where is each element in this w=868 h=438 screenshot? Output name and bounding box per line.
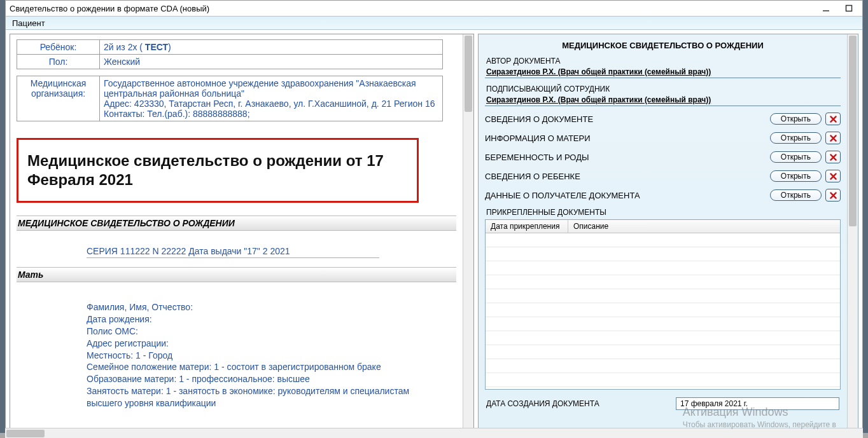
grid-row [486, 275, 840, 289]
mother-fio: Фамилия, Имя, Отчество: [87, 301, 443, 313]
grid-body [486, 233, 840, 389]
mother-locality: Местность: 1 - Город [87, 350, 443, 362]
author-value: Сиразетдинов Р.Х. (Врач общей практики (… [486, 67, 711, 76]
section-row: СВЕДЕНИЯ О РЕБЕНКЕОткрыть [482, 168, 843, 184]
open-button[interactable]: Открыть [770, 170, 822, 182]
delete-button[interactable] [825, 151, 841, 163]
section-row-label: ИНФОРМАЦИЯ О МАТЕРИ [485, 133, 766, 143]
grid-header: Дата прикрепления Описание [486, 220, 840, 233]
open-button[interactable]: Открыть [770, 132, 822, 144]
section-row: СВЕДЕНИЯ О ДОКУМЕНТЕОткрыть [482, 111, 843, 127]
mother-dob: Дата рождения: [87, 313, 443, 325]
grid-row [486, 289, 840, 303]
org-info-table: Медицинская организация: Государственное… [17, 76, 443, 121]
section-row-label: СВЕДЕНИЯ О РЕБЕНКЕ [485, 172, 766, 181]
mother-employment: Занятость матери: 1 - занятость в эконом… [87, 385, 443, 409]
creation-date-label: ДАТА СОЗДАНИЯ ДОКУМЕНТА [486, 399, 669, 408]
creation-date-input[interactable]: 17 февраля 2021 г. [676, 397, 839, 410]
section-row: ДАННЫЕ О ПОЛУЧАТЕЛЕ ДОКУМЕНТАОткрыть [482, 188, 843, 203]
sex-value: Женский [100, 55, 443, 69]
grid-row [486, 359, 840, 373]
creation-date-row: ДАТА СОЗДАНИЯ ДОКУМЕНТА 17 февраля 2021 … [482, 395, 843, 410]
left-frame-edge [0, 0, 5, 433]
mother-policy: Полис ОМС: [87, 325, 443, 338]
attachments-grid[interactable]: Дата прикрепления Описание [485, 219, 841, 390]
author-field[interactable]: Сиразетдинов Р.Х. (Врач общей практики (… [485, 67, 841, 78]
mother-education: Образование матери: 1 - профессиональное… [87, 373, 443, 385]
left-vertical-scrollbar[interactable] [463, 34, 473, 432]
patient-strip: Пациент [6, 16, 862, 30]
delete-button[interactable] [825, 189, 841, 202]
document-preview-panel: Ребёнок: 2й из 2х ( ТЕСТ) Пол: Женский М… [10, 34, 474, 432]
delete-button[interactable] [825, 132, 841, 144]
child-value: 2й из 2х ( ТЕСТ) [100, 40, 443, 55]
grid-row [486, 331, 840, 345]
grid-row [486, 345, 840, 359]
org-value: Государственное автономное учреждение зд… [100, 76, 443, 121]
grid-col-desc: Описание [568, 220, 840, 233]
grid-col-date: Дата прикрепления [486, 220, 568, 233]
section-row-label: СВЕДЕНИЯ О ДОКУМЕНТЕ [485, 114, 766, 124]
grid-row [486, 317, 840, 331]
mother-block: Фамилия, Имя, Отчество: Дата рождения: П… [87, 301, 443, 409]
title-bar: Свидетельство о рождении в формате CDA (… [6, 1, 862, 16]
mother-marital: Семейное положение матери: 1 - состоит в… [87, 361, 443, 373]
window-frame: Свидетельство о рождении в формате CDA (… [5, 0, 863, 433]
document-heading: Медицинское свидетельство о рождении от … [27, 151, 408, 189]
grid-row [486, 233, 840, 247]
creation-date-value: 17 февраля 2021 г. [680, 399, 748, 408]
section-row-label: БЕРЕМЕННОСТЬ И РОДЫ [485, 153, 766, 162]
patient-label: Пациент [12, 18, 45, 28]
open-button[interactable]: Открыть [770, 189, 822, 201]
author-label: АВТОР ДОКУМЕНТА [482, 55, 843, 67]
window-title: Свидетельство о рождении в формате CDA (… [10, 4, 820, 13]
series-line: СЕРИЯ 111222 N 22222 Дата выдачи "17" 2 … [87, 245, 379, 258]
svg-rect-1 [846, 6, 852, 11]
org-label: Медицинская организация: [17, 76, 100, 121]
signer-value: Сиразетдинов Р.Х. (Врач общей практики (… [486, 95, 711, 104]
child-label: Ребёнок: [17, 40, 100, 55]
maximize-button[interactable] [843, 3, 855, 14]
grid-row [486, 247, 840, 261]
attachments-label: ПРИКРЕПЛЕННЫЕ ДОКУМЕНТЫ [482, 207, 843, 218]
work-area: Ребёнок: 2й из 2х ( ТЕСТ) Пол: Женский М… [6, 30, 862, 432]
delete-button[interactable] [825, 170, 841, 182]
form-title: МЕДИЦИНСКОЕ СВИДЕТЕЛЬСТВО О РОЖДЕНИИ [482, 38, 843, 55]
grid-row [486, 373, 840, 387]
minimize-button[interactable] [820, 3, 832, 14]
signer-field[interactable]: Сиразетдинов Р.Х. (Врач общей практики (… [485, 95, 841, 106]
section-mother: Мать [17, 267, 456, 282]
horizontal-scrollbar[interactable] [5, 428, 863, 438]
open-button[interactable]: Открыть [770, 151, 822, 163]
section-row-label: ДАННЫЕ О ПОЛУЧАТЕЛЕ ДОКУМЕНТА [485, 191, 766, 200]
grid-row [486, 261, 840, 275]
child-info-table: Ребёнок: 2й из 2х ( ТЕСТ) Пол: Женский [17, 39, 443, 69]
section-row: ИНФОРМАЦИЯ О МАТЕРИОткрыть [482, 130, 843, 146]
section-row: БЕРЕМЕННОСТЬ И РОДЫОткрыть [482, 149, 843, 165]
form-panel: МЕДИЦИНСКОЕ СВИДЕТЕЛЬСТВО О РОЖДЕНИИ АВТ… [478, 34, 858, 432]
signer-label: ПОДПИСЫВАЮЩИЙ СОТРУДНИК [482, 83, 843, 95]
mother-address: Адрес регистрации: [87, 338, 443, 350]
delete-button[interactable] [825, 113, 841, 125]
open-button[interactable]: Открыть [770, 113, 822, 125]
right-vertical-scrollbar[interactable] [847, 34, 858, 432]
right-frame-edge [863, 0, 868, 433]
highlighted-heading: Медицинское свидетельство о рождении от … [17, 138, 419, 203]
section-certificate: МЕДИЦИНСКОЕ СВИДЕТЕЛЬСТВО О РОЖДЕНИИ [17, 216, 456, 231]
sex-label: Пол: [17, 55, 100, 69]
grid-row [486, 303, 840, 317]
